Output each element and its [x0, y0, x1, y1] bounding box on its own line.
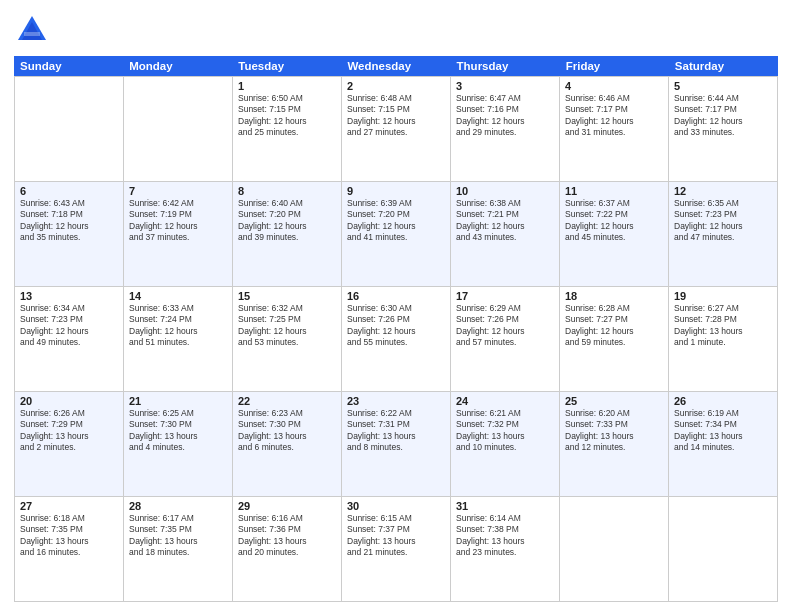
calendar-header: SundayMondayTuesdayWednesdayThursdayFrid… — [14, 56, 778, 76]
calendar-day-11: 11Sunrise: 6:37 AM Sunset: 7:22 PM Dayli… — [560, 182, 669, 286]
calendar-day-22: 22Sunrise: 6:23 AM Sunset: 7:30 PM Dayli… — [233, 392, 342, 496]
calendar-day-6: 6Sunrise: 6:43 AM Sunset: 7:18 PM Daylig… — [15, 182, 124, 286]
calendar-day-26: 26Sunrise: 6:19 AM Sunset: 7:34 PM Dayli… — [669, 392, 778, 496]
day-number: 5 — [674, 80, 772, 92]
day-info: Sunrise: 6:43 AM Sunset: 7:18 PM Dayligh… — [20, 198, 118, 244]
day-number: 18 — [565, 290, 663, 302]
day-info: Sunrise: 6:18 AM Sunset: 7:35 PM Dayligh… — [20, 513, 118, 559]
day-info: Sunrise: 6:34 AM Sunset: 7:23 PM Dayligh… — [20, 303, 118, 349]
day-info: Sunrise: 6:42 AM Sunset: 7:19 PM Dayligh… — [129, 198, 227, 244]
calendar-day-2: 2Sunrise: 6:48 AM Sunset: 7:15 PM Daylig… — [342, 77, 451, 181]
day-info: Sunrise: 6:14 AM Sunset: 7:38 PM Dayligh… — [456, 513, 554, 559]
day-info: Sunrise: 6:22 AM Sunset: 7:31 PM Dayligh… — [347, 408, 445, 454]
calendar-day-16: 16Sunrise: 6:30 AM Sunset: 7:26 PM Dayli… — [342, 287, 451, 391]
calendar: SundayMondayTuesdayWednesdayThursdayFrid… — [14, 56, 778, 602]
day-number: 8 — [238, 185, 336, 197]
calendar-row-5: 27Sunrise: 6:18 AM Sunset: 7:35 PM Dayli… — [14, 496, 778, 602]
day-info: Sunrise: 6:30 AM Sunset: 7:26 PM Dayligh… — [347, 303, 445, 349]
day-number: 26 — [674, 395, 772, 407]
calendar-day-1: 1Sunrise: 6:50 AM Sunset: 7:15 PM Daylig… — [233, 77, 342, 181]
day-number: 6 — [20, 185, 118, 197]
calendar-day-9: 9Sunrise: 6:39 AM Sunset: 7:20 PM Daylig… — [342, 182, 451, 286]
calendar-day-13: 13Sunrise: 6:34 AM Sunset: 7:23 PM Dayli… — [15, 287, 124, 391]
day-info: Sunrise: 6:39 AM Sunset: 7:20 PM Dayligh… — [347, 198, 445, 244]
day-number: 2 — [347, 80, 445, 92]
day-number: 24 — [456, 395, 554, 407]
day-number: 17 — [456, 290, 554, 302]
calendar-day-23: 23Sunrise: 6:22 AM Sunset: 7:31 PM Dayli… — [342, 392, 451, 496]
day-number: 29 — [238, 500, 336, 512]
calendar-day-5: 5Sunrise: 6:44 AM Sunset: 7:17 PM Daylig… — [669, 77, 778, 181]
calendar-day-30: 30Sunrise: 6:15 AM Sunset: 7:37 PM Dayli… — [342, 497, 451, 601]
calendar-day-27: 27Sunrise: 6:18 AM Sunset: 7:35 PM Dayli… — [15, 497, 124, 601]
day-header-sunday: Sunday — [14, 56, 123, 76]
day-number: 19 — [674, 290, 772, 302]
day-info: Sunrise: 6:48 AM Sunset: 7:15 PM Dayligh… — [347, 93, 445, 139]
calendar-day-empty — [124, 77, 233, 181]
logo-icon — [14, 12, 50, 48]
day-info: Sunrise: 6:25 AM Sunset: 7:30 PM Dayligh… — [129, 408, 227, 454]
calendar-day-25: 25Sunrise: 6:20 AM Sunset: 7:33 PM Dayli… — [560, 392, 669, 496]
day-info: Sunrise: 6:37 AM Sunset: 7:22 PM Dayligh… — [565, 198, 663, 244]
calendar-day-31: 31Sunrise: 6:14 AM Sunset: 7:38 PM Dayli… — [451, 497, 560, 601]
calendar-row-1: 1Sunrise: 6:50 AM Sunset: 7:15 PM Daylig… — [14, 76, 778, 181]
day-info: Sunrise: 6:28 AM Sunset: 7:27 PM Dayligh… — [565, 303, 663, 349]
calendar-day-7: 7Sunrise: 6:42 AM Sunset: 7:19 PM Daylig… — [124, 182, 233, 286]
calendar-day-17: 17Sunrise: 6:29 AM Sunset: 7:26 PM Dayli… — [451, 287, 560, 391]
day-info: Sunrise: 6:35 AM Sunset: 7:23 PM Dayligh… — [674, 198, 772, 244]
calendar-day-20: 20Sunrise: 6:26 AM Sunset: 7:29 PM Dayli… — [15, 392, 124, 496]
day-info: Sunrise: 6:19 AM Sunset: 7:34 PM Dayligh… — [674, 408, 772, 454]
day-number: 25 — [565, 395, 663, 407]
day-header-thursday: Thursday — [451, 56, 560, 76]
day-number: 3 — [456, 80, 554, 92]
calendar-day-28: 28Sunrise: 6:17 AM Sunset: 7:35 PM Dayli… — [124, 497, 233, 601]
day-header-friday: Friday — [560, 56, 669, 76]
day-number: 11 — [565, 185, 663, 197]
day-header-wednesday: Wednesday — [341, 56, 450, 76]
day-info: Sunrise: 6:29 AM Sunset: 7:26 PM Dayligh… — [456, 303, 554, 349]
day-header-monday: Monday — [123, 56, 232, 76]
day-number: 21 — [129, 395, 227, 407]
day-number: 9 — [347, 185, 445, 197]
calendar-row-4: 20Sunrise: 6:26 AM Sunset: 7:29 PM Dayli… — [14, 391, 778, 496]
calendar-day-8: 8Sunrise: 6:40 AM Sunset: 7:20 PM Daylig… — [233, 182, 342, 286]
day-number: 14 — [129, 290, 227, 302]
calendar-day-14: 14Sunrise: 6:33 AM Sunset: 7:24 PM Dayli… — [124, 287, 233, 391]
day-info: Sunrise: 6:47 AM Sunset: 7:16 PM Dayligh… — [456, 93, 554, 139]
day-info: Sunrise: 6:38 AM Sunset: 7:21 PM Dayligh… — [456, 198, 554, 244]
day-info: Sunrise: 6:50 AM Sunset: 7:15 PM Dayligh… — [238, 93, 336, 139]
day-number: 7 — [129, 185, 227, 197]
calendar-day-empty — [669, 497, 778, 601]
svg-rect-2 — [24, 32, 40, 36]
day-number: 22 — [238, 395, 336, 407]
day-info: Sunrise: 6:40 AM Sunset: 7:20 PM Dayligh… — [238, 198, 336, 244]
day-info: Sunrise: 6:16 AM Sunset: 7:36 PM Dayligh… — [238, 513, 336, 559]
calendar-day-21: 21Sunrise: 6:25 AM Sunset: 7:30 PM Dayli… — [124, 392, 233, 496]
day-number: 31 — [456, 500, 554, 512]
day-number: 28 — [129, 500, 227, 512]
page: SundayMondayTuesdayWednesdayThursdayFrid… — [0, 0, 792, 612]
calendar-day-15: 15Sunrise: 6:32 AM Sunset: 7:25 PM Dayli… — [233, 287, 342, 391]
calendar-day-3: 3Sunrise: 6:47 AM Sunset: 7:16 PM Daylig… — [451, 77, 560, 181]
calendar-body: 1Sunrise: 6:50 AM Sunset: 7:15 PM Daylig… — [14, 76, 778, 602]
logo — [14, 12, 54, 48]
day-info: Sunrise: 6:33 AM Sunset: 7:24 PM Dayligh… — [129, 303, 227, 349]
header — [14, 12, 778, 48]
day-info: Sunrise: 6:21 AM Sunset: 7:32 PM Dayligh… — [456, 408, 554, 454]
day-info: Sunrise: 6:46 AM Sunset: 7:17 PM Dayligh… — [565, 93, 663, 139]
calendar-day-10: 10Sunrise: 6:38 AM Sunset: 7:21 PM Dayli… — [451, 182, 560, 286]
day-number: 30 — [347, 500, 445, 512]
calendar-day-12: 12Sunrise: 6:35 AM Sunset: 7:23 PM Dayli… — [669, 182, 778, 286]
calendar-day-19: 19Sunrise: 6:27 AM Sunset: 7:28 PM Dayli… — [669, 287, 778, 391]
calendar-row-3: 13Sunrise: 6:34 AM Sunset: 7:23 PM Dayli… — [14, 286, 778, 391]
day-info: Sunrise: 6:20 AM Sunset: 7:33 PM Dayligh… — [565, 408, 663, 454]
calendar-row-2: 6Sunrise: 6:43 AM Sunset: 7:18 PM Daylig… — [14, 181, 778, 286]
calendar-day-29: 29Sunrise: 6:16 AM Sunset: 7:36 PM Dayli… — [233, 497, 342, 601]
day-number: 4 — [565, 80, 663, 92]
day-info: Sunrise: 6:27 AM Sunset: 7:28 PM Dayligh… — [674, 303, 772, 349]
day-number: 12 — [674, 185, 772, 197]
day-header-saturday: Saturday — [669, 56, 778, 76]
day-number: 27 — [20, 500, 118, 512]
day-info: Sunrise: 6:32 AM Sunset: 7:25 PM Dayligh… — [238, 303, 336, 349]
day-number: 15 — [238, 290, 336, 302]
